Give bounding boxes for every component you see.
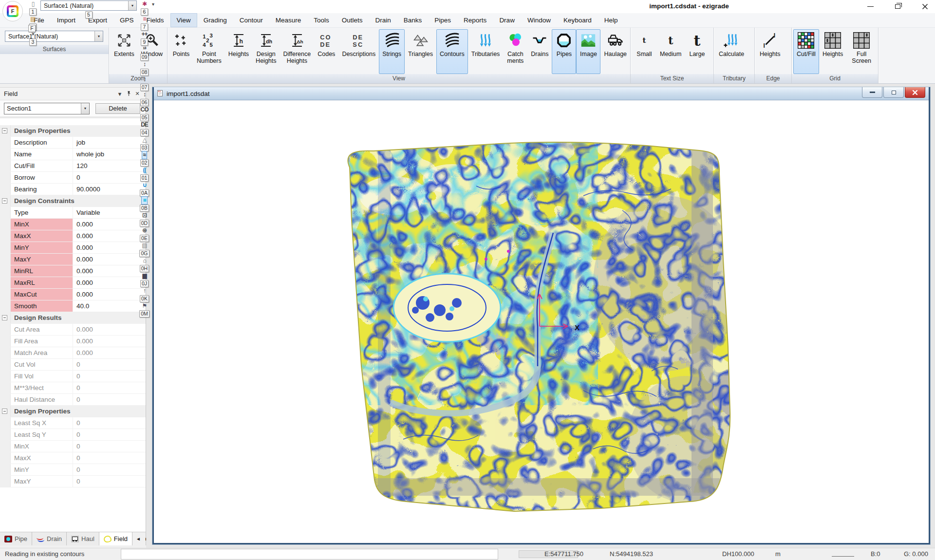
menu-item[interactable]: Reports bbox=[457, 13, 493, 27]
property-value[interactable]: 0 bbox=[73, 371, 146, 382]
property-value[interactable]: 0 bbox=[73, 394, 146, 405]
menu-item[interactable]: View bbox=[170, 13, 197, 27]
text-small-button[interactable]: t Small bbox=[632, 29, 656, 74]
drains-button[interactable]: Drains bbox=[527, 29, 552, 74]
quick-access-button[interactable]: ↕ 08 bbox=[139, 61, 150, 76]
triangles-button[interactable]: Triangles bbox=[405, 29, 436, 74]
quick-access-button[interactable]: ▯ 1 bbox=[27, 0, 38, 16]
property-row[interactable]: Fill Area 0.000 bbox=[0, 336, 146, 347]
collapse-icon[interactable] bbox=[2, 128, 7, 133]
quick-access-button[interactable]: ≡ 7 bbox=[139, 16, 150, 31]
strings-toggle[interactable]: Strings bbox=[379, 29, 405, 74]
doc-restore-button[interactable] bbox=[883, 87, 904, 98]
catchments-button[interactable]: Catch ments bbox=[503, 29, 527, 74]
collapse-icon[interactable] bbox=[2, 198, 7, 204]
calculate-button[interactable]: Calculate bbox=[715, 29, 748, 74]
menu-item[interactable]: Help bbox=[598, 13, 624, 27]
property-value[interactable]: 0 bbox=[73, 476, 146, 487]
quick-access-button[interactable]: ≈ 02 bbox=[139, 151, 150, 167]
quick-access-button[interactable]: ∪ 0A bbox=[139, 182, 150, 197]
property-row[interactable]: MinX 0 bbox=[0, 441, 146, 452]
property-row[interactable]: Fill Vol 0 bbox=[0, 371, 146, 382]
collapse-icon[interactable] bbox=[2, 409, 7, 414]
quick-access-button[interactable]: ++ 9 bbox=[139, 31, 150, 46]
property-value[interactable]: 0.000 bbox=[73, 324, 146, 335]
property-value[interactable]: 0 bbox=[73, 441, 146, 452]
property-value[interactable]: 0 bbox=[73, 429, 146, 440]
quick-access-button[interactable]: CO 05 bbox=[139, 106, 150, 121]
close-button[interactable] bbox=[919, 2, 930, 11]
panel-tab[interactable]: Drain bbox=[32, 532, 67, 545]
quick-access-button[interactable]: ⊡ 0D bbox=[139, 212, 150, 227]
quick-access-button[interactable]: ⚑ 0M bbox=[139, 302, 150, 317]
menu-item[interactable]: Draw bbox=[493, 13, 521, 27]
menu-item[interactable]: Grading bbox=[197, 13, 233, 27]
document-title-bar[interactable]: import1.cdsdat bbox=[154, 87, 929, 100]
text-medium-button[interactable]: t Medium bbox=[656, 29, 685, 74]
minimize-button[interactable] bbox=[865, 2, 876, 11]
quick-access-button[interactable]: ↕ 06 bbox=[139, 91, 150, 106]
pipes-toggle[interactable]: Pipes bbox=[552, 29, 576, 74]
status-input[interactable] bbox=[121, 549, 498, 560]
quick-access-button[interactable]: ¹³ 09 bbox=[139, 46, 150, 61]
points-button[interactable]: Points bbox=[169, 29, 193, 74]
menu-item[interactable]: Keyboard bbox=[557, 13, 598, 27]
chevron-down-icon[interactable]: ▼ bbox=[128, 1, 136, 10]
property-row[interactable]: Haul Distance 0 bbox=[0, 394, 146, 406]
edge-heights-button[interactable]: II Heights bbox=[756, 29, 784, 74]
panel-tab[interactable]: Field bbox=[99, 532, 132, 545]
design-heights-button[interactable]: dh Design Heights bbox=[252, 29, 280, 74]
restore-button[interactable] bbox=[892, 2, 903, 11]
menu-item[interactable]: Contour bbox=[233, 13, 269, 27]
doc-close-button[interactable] bbox=[905, 87, 925, 98]
menu-item[interactable]: Pipes bbox=[428, 13, 457, 27]
contours-toggle[interactable]: Contours bbox=[436, 29, 468, 74]
quick-access-button[interactable]: ▨ 0G bbox=[139, 242, 150, 257]
property-value[interactable]: 0.000 bbox=[73, 336, 146, 347]
quick-access-button[interactable]: ⊕ 0E bbox=[139, 227, 150, 242]
app-menu-button[interactable]: F bbox=[2, 1, 23, 21]
quick-access-button[interactable]: △ 03 bbox=[139, 136, 150, 151]
quick-access-button[interactable]: ▆ 0J bbox=[139, 272, 150, 287]
surface-dropdown-qat[interactable]: Surface1 (Natural) ▼ 5 bbox=[40, 0, 137, 19]
property-value[interactable]: 0.000 bbox=[73, 347, 146, 358]
quick-access-button[interactable]: ↑ 0K bbox=[139, 287, 150, 302]
terrain-map[interactable]: X bbox=[330, 137, 731, 514]
property-row[interactable]: MinY 0 bbox=[0, 464, 146, 476]
heights-button[interactable]: h Heights bbox=[225, 29, 252, 74]
grid-cutfill-toggle[interactable]: Cut/Fill bbox=[793, 29, 819, 74]
text-large-button[interactable]: t Large bbox=[685, 29, 709, 74]
image-toggle[interactable]: Image bbox=[576, 29, 600, 74]
qat-overflow-icon[interactable]: ▾ bbox=[150, 0, 156, 8]
quick-access-button[interactable]: ↕ 07 bbox=[139, 76, 150, 91]
quick-access-button[interactable]: × 3 bbox=[27, 31, 38, 46]
quick-access-button[interactable]: DE 04 bbox=[139, 121, 150, 136]
menu-item[interactable]: Tools bbox=[307, 13, 336, 27]
tributaries-button[interactable]: Tributaries bbox=[468, 29, 504, 74]
grid-heights-button[interactable]: Heights bbox=[819, 29, 846, 74]
haulage-button[interactable]: Haulage bbox=[600, 29, 630, 74]
property-row[interactable]: Least Sq X 0 bbox=[0, 417, 146, 429]
descriptions-button[interactable]: DESC Descriptions bbox=[338, 29, 379, 74]
panel-tab[interactable]: Haul bbox=[67, 532, 99, 545]
drawing-canvas[interactable]: X bbox=[154, 100, 929, 543]
quick-access-button[interactable]: ■ 0B bbox=[139, 197, 150, 212]
property-row[interactable]: Design Properties bbox=[0, 406, 146, 417]
doc-minimize-button[interactable] bbox=[862, 87, 882, 98]
panel-tab[interactable]: Pipe bbox=[0, 532, 32, 545]
property-value[interactable]: 0 bbox=[73, 359, 146, 370]
property-value[interactable]: 0 bbox=[73, 417, 146, 429]
point-numbers-button[interactable]: 13245 Point Numbers bbox=[193, 29, 225, 74]
property-row[interactable]: Cut Vol 0 bbox=[0, 359, 146, 371]
property-value[interactable]: 0 bbox=[73, 382, 146, 393]
quick-access-button[interactable]: ✱ 6 bbox=[139, 0, 150, 16]
quick-access-button[interactable]: (( 01 bbox=[139, 167, 150, 182]
menu-item[interactable]: Banks bbox=[397, 13, 429, 27]
collapse-icon[interactable] bbox=[2, 315, 7, 320]
grid-fullscreen-button[interactable]: Full Screen bbox=[846, 29, 877, 74]
codes-button[interactable]: CODE Codes bbox=[314, 29, 338, 74]
property-value[interactable]: 0 bbox=[73, 464, 146, 475]
property-row[interactable]: Least Sq Y 0 bbox=[0, 429, 146, 441]
difference-heights-button[interactable]: Δh Difference Heights bbox=[280, 29, 314, 74]
property-row[interactable]: Match Area 0.000 bbox=[0, 347, 146, 359]
